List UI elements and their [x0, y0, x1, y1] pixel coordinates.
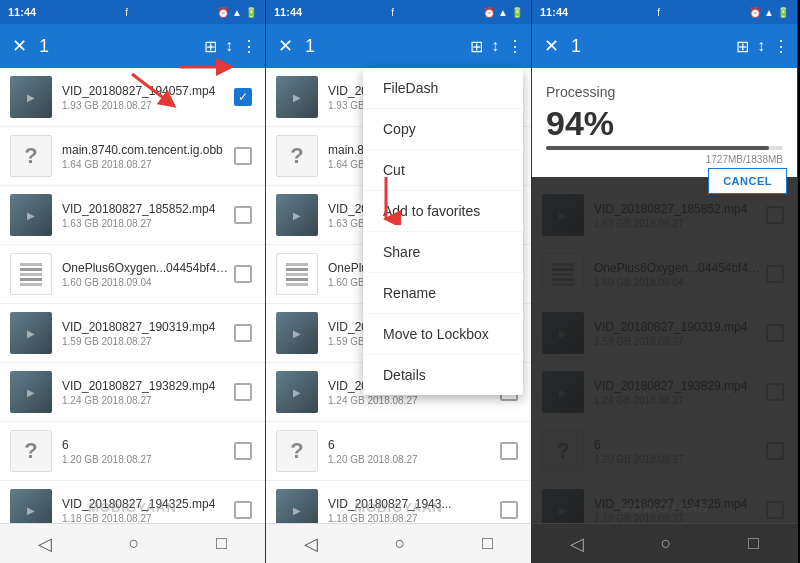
- home-button-3[interactable]: ○: [645, 525, 688, 562]
- panel-2: 11:44 f ⏰ ▲ 🔋 ✕ 1 ⊞ ↕ ⋮ ▶ VID_20180827_1…: [266, 0, 532, 563]
- list-item[interactable]: ▶ VID_20180827_190319.mp4 1.59 GB 2018.0…: [0, 304, 265, 363]
- home-button-2[interactable]: ○: [379, 525, 422, 562]
- file-info: VID_20180827_194325.mp4 1.18 GB 2018.08.…: [62, 497, 231, 524]
- more-icon-2[interactable]: ⋮: [507, 37, 523, 56]
- file-info: VID_20180827_194057.mp4 1.93 GB 2018.08.…: [62, 84, 231, 111]
- file-meta: 1.18 GB 2018.08.27: [328, 513, 497, 524]
- action-bar-2: ✕ 1 ⊞ ↕ ⋮: [266, 24, 531, 68]
- checkbox[interactable]: [231, 203, 255, 227]
- list-item[interactable]: ▶ VID_20180827_185852.mp4 1.63 GB 2018.0…: [0, 186, 265, 245]
- list-item[interactable]: ? main.8740.com.tencent.ig.obb 1.64 GB 2…: [0, 127, 265, 186]
- file-name: VID_20180827_194325.mp4: [62, 497, 231, 511]
- menu-item[interactable]: Share: [363, 232, 523, 273]
- status-icons-2: f: [391, 7, 394, 18]
- alarm-icon: ⏰: [217, 7, 229, 18]
- status-bar-3: 11:44 f ⏰ ▲ 🔋: [532, 0, 797, 24]
- file-info: VID_20180827_190319.mp4 1.59 GB 2018.08.…: [62, 320, 231, 347]
- menu-item[interactable]: Details: [363, 355, 523, 395]
- file-name: 6: [328, 438, 497, 452]
- status-bar-2: 11:44 f ⏰ ▲ 🔋: [266, 0, 531, 24]
- checkbox[interactable]: [231, 262, 255, 286]
- alarm-icon-3: ⏰: [749, 7, 761, 18]
- menu-item[interactable]: Rename: [363, 273, 523, 314]
- more-icon-3[interactable]: ⋮: [773, 37, 789, 56]
- close-button-1[interactable]: ✕: [8, 31, 31, 61]
- close-button-2[interactable]: ✕: [274, 31, 297, 61]
- checkbox[interactable]: [231, 380, 255, 404]
- grid-icon-2[interactable]: ⊞: [470, 37, 483, 56]
- social-icon-fb-3: f: [657, 7, 660, 18]
- back-button-2[interactable]: ◁: [288, 525, 334, 563]
- file-meta: 1.60 GB 2018.09.04: [62, 277, 231, 288]
- checkbox[interactable]: [231, 498, 255, 522]
- file-name: VID_20180827_1943...: [328, 497, 497, 511]
- nav-bar-3: ◁ ○ □: [532, 523, 797, 563]
- sort-icon-2[interactable]: ↕: [491, 37, 499, 55]
- recents-button-1[interactable]: □: [200, 525, 243, 562]
- file-list-1: ▶ VID_20180827_194057.mp4 1.93 GB 2018.0…: [0, 68, 265, 523]
- nav-bar-1: ◁ ○ □: [0, 523, 265, 563]
- action-bar-3: ✕ 1 ⊞ ↕ ⋮: [532, 24, 797, 68]
- sort-icon-3[interactable]: ↕: [757, 37, 765, 55]
- file-meta: 1.18 GB 2018.08.27: [62, 513, 231, 524]
- zip-thumbnail: [10, 253, 52, 295]
- checkbox[interactable]: [231, 439, 255, 463]
- selection-count-1: 1: [39, 36, 196, 57]
- unknown-thumbnail: ?: [276, 135, 318, 177]
- processing-label: Processing: [546, 84, 783, 100]
- list-item[interactable]: ? 6 1.20 GB 2018.08.27: [266, 422, 531, 481]
- social-icon-fb: f: [125, 7, 128, 18]
- file-meta: 1.93 GB 2018.08.27: [62, 100, 231, 111]
- back-button-3[interactable]: ◁: [554, 525, 600, 563]
- home-button-1[interactable]: ○: [113, 525, 156, 562]
- menu-item[interactable]: Add to favorites: [363, 191, 523, 232]
- status-icons-1: f: [125, 7, 128, 18]
- recents-button-3[interactable]: □: [732, 525, 775, 562]
- file-name: 6: [62, 438, 231, 452]
- list-item[interactable]: ▶ VID_20180827_193829.mp4 1.24 GB 2018.0…: [0, 363, 265, 422]
- system-icons-2: ⏰ ▲ 🔋: [483, 7, 523, 18]
- file-meta: 1.59 GB 2018.08.27: [62, 336, 231, 347]
- file-info: OnePlus6Oxygen...04454bf4157.zip 1.60 GB…: [62, 261, 231, 288]
- checkbox[interactable]: [231, 321, 255, 345]
- close-button-3[interactable]: ✕: [540, 31, 563, 61]
- menu-item[interactable]: Move to Lockbox: [363, 314, 523, 355]
- menu-item[interactable]: FileDash: [363, 68, 523, 109]
- file-info: VID_20180827_1943... 1.18 GB 2018.08.27: [328, 497, 497, 524]
- signal-icon: ▲: [232, 7, 242, 18]
- more-icon-1[interactable]: ⋮: [241, 37, 257, 56]
- list-item[interactable]: ▶ VID_20180827_194325.mp4 1.18 GB 2018.0…: [0, 481, 265, 523]
- progress-percent: 94%: [546, 106, 783, 140]
- grid-icon-3[interactable]: ⊞: [736, 37, 749, 56]
- unknown-thumbnail: ?: [10, 430, 52, 472]
- list-item[interactable]: ? 6 1.20 GB 2018.08.27: [0, 422, 265, 481]
- checkbox[interactable]: [497, 498, 521, 522]
- file-meta: 1.20 GB 2018.08.27: [62, 454, 231, 465]
- checkbox[interactable]: [497, 439, 521, 463]
- list-item[interactable]: OnePlus6Oxygen...04454bf4157.zip 1.60 GB…: [0, 245, 265, 304]
- alarm-icon-2: ⏰: [483, 7, 495, 18]
- social-icon-fb-2: f: [391, 7, 394, 18]
- file-info: VID_20180827_185852.mp4 1.63 GB 2018.08.…: [62, 202, 231, 229]
- list-item[interactable]: ▶ VID_20180827_194057.mp4 1.93 GB 2018.0…: [0, 68, 265, 127]
- system-icons-3: ⏰ ▲ 🔋: [749, 7, 789, 18]
- selection-count-2: 1: [305, 36, 462, 57]
- battery-icon: 🔋: [245, 7, 257, 18]
- menu-item[interactable]: Copy: [363, 109, 523, 150]
- sort-icon-1[interactable]: ↕: [225, 37, 233, 55]
- panel-3: 11:44 f ⏰ ▲ 🔋 ✕ 1 ⊞ ↕ ⋮ Processing 94% 1…: [532, 0, 798, 563]
- video-thumbnail: ▶: [10, 312, 52, 354]
- file-meta: 1.24 GB 2018.08.27: [62, 395, 231, 406]
- list-item[interactable]: ▶ VID_20180827_1943... 1.18 GB 2018.08.2…: [266, 481, 531, 523]
- checkbox[interactable]: [231, 85, 255, 109]
- file-meta: 1.64 GB 2018.08.27: [62, 159, 231, 170]
- menu-item[interactable]: Cut: [363, 150, 523, 191]
- back-button-1[interactable]: ◁: [22, 525, 68, 563]
- processing-overlay: Processing 94% 1727MB/1838MB: [532, 68, 797, 177]
- grid-icon-1[interactable]: ⊞: [204, 37, 217, 56]
- cancel-button[interactable]: CANCEL: [708, 168, 787, 194]
- checkbox[interactable]: [231, 144, 255, 168]
- battery-icon-3: 🔋: [777, 7, 789, 18]
- recents-button-2[interactable]: □: [466, 525, 509, 562]
- file-meta: 1.24 GB 2018.08.27: [328, 395, 497, 406]
